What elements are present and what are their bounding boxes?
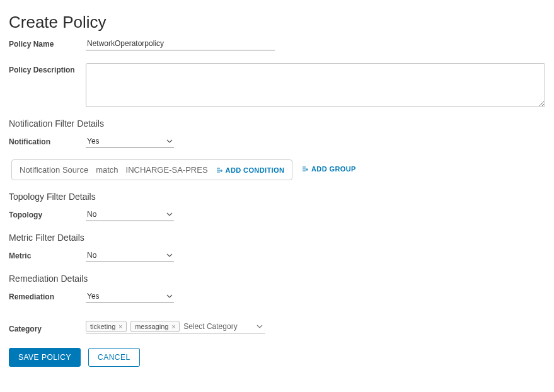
metric-label: Metric bbox=[9, 249, 86, 260]
add-condition-text: ADD CONDITION bbox=[226, 166, 285, 174]
topology-filter-section-title: Topology Filter Details bbox=[9, 192, 545, 202]
metric-filter-section-title: Metric Filter Details bbox=[9, 233, 545, 243]
add-group-link[interactable]: ADD GROUP bbox=[301, 165, 356, 173]
chevron-down-icon bbox=[257, 323, 263, 330]
topology-select[interactable]: No bbox=[86, 208, 174, 221]
policy-description-textarea[interactable] bbox=[86, 63, 545, 107]
add-group-icon bbox=[301, 165, 309, 173]
category-tag-messaging: messaging × bbox=[130, 321, 180, 332]
remove-tag-icon[interactable]: × bbox=[171, 323, 175, 330]
remediation-section-title: Remediation Details bbox=[9, 274, 545, 284]
topology-select-value: No bbox=[87, 210, 96, 219]
category-label: Category bbox=[9, 322, 86, 333]
condition-op: match bbox=[96, 165, 118, 175]
notification-label: Notification bbox=[9, 135, 86, 146]
condition-box: Notification Source match INCHARGE-SA-PR… bbox=[11, 159, 292, 180]
condition-value: INCHARGE-SA-PRES bbox=[126, 165, 208, 175]
category-tag-ticketing: ticketing × bbox=[86, 321, 127, 332]
notification-select-value: Yes bbox=[87, 137, 100, 146]
chevron-down-icon bbox=[166, 211, 173, 217]
page-title: Create Policy bbox=[9, 13, 545, 32]
metric-select-value: No bbox=[87, 251, 96, 260]
notification-filter-section-title: Notification Filter Details bbox=[9, 118, 545, 129]
add-condition-icon bbox=[216, 166, 223, 174]
chevron-down-icon bbox=[166, 252, 173, 258]
notification-select[interactable]: Yes bbox=[86, 135, 174, 148]
remove-tag-icon[interactable]: × bbox=[118, 323, 122, 330]
remediation-select-value: Yes bbox=[87, 292, 100, 301]
category-multiselect[interactable]: ticketing × messaging × Select Category bbox=[86, 321, 265, 334]
policy-name-label: Policy Name bbox=[9, 37, 86, 49]
tag-label: ticketing bbox=[90, 323, 115, 330]
condition-field: Notification Source bbox=[20, 165, 88, 175]
topology-label: Topology bbox=[9, 208, 86, 219]
cancel-button[interactable]: CANCEL bbox=[88, 348, 140, 367]
policy-description-label: Policy Description bbox=[9, 63, 86, 74]
save-policy-button[interactable]: SAVE POLICY bbox=[9, 348, 81, 367]
category-placeholder: Select Category bbox=[183, 322, 253, 331]
remediation-label: Remediation bbox=[9, 290, 86, 301]
tag-label: messaging bbox=[135, 323, 168, 330]
add-condition-link[interactable]: ADD CONDITION bbox=[216, 166, 285, 174]
policy-name-input[interactable] bbox=[86, 37, 275, 50]
add-group-text: ADD GROUP bbox=[311, 165, 356, 173]
remediation-select[interactable]: Yes bbox=[86, 290, 174, 303]
chevron-down-icon bbox=[166, 138, 173, 144]
chevron-down-icon bbox=[166, 293, 173, 299]
metric-select[interactable]: No bbox=[86, 249, 174, 262]
